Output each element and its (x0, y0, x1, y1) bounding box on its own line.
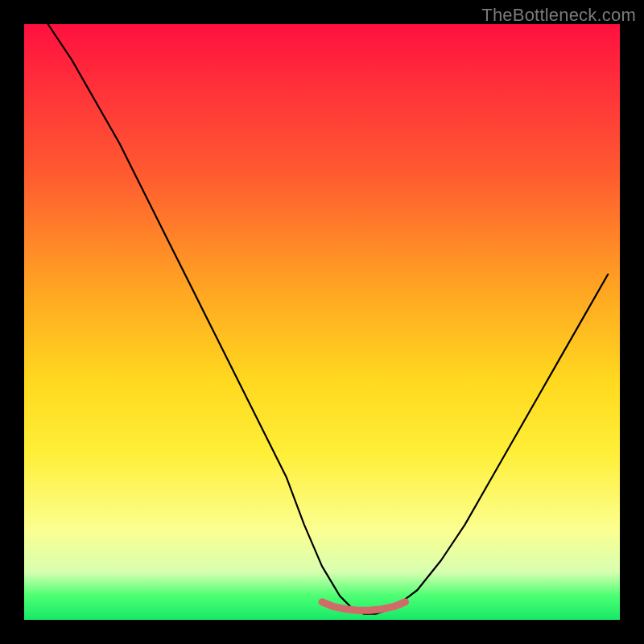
plot-area (24, 24, 620, 620)
curve-svg (24, 24, 620, 620)
chart-frame: TheBottleneck.com (0, 0, 644, 644)
optimal-zone-marker (322, 602, 406, 610)
attribution-watermark: TheBottleneck.com (481, 5, 636, 26)
bottleneck-curve (48, 24, 609, 614)
